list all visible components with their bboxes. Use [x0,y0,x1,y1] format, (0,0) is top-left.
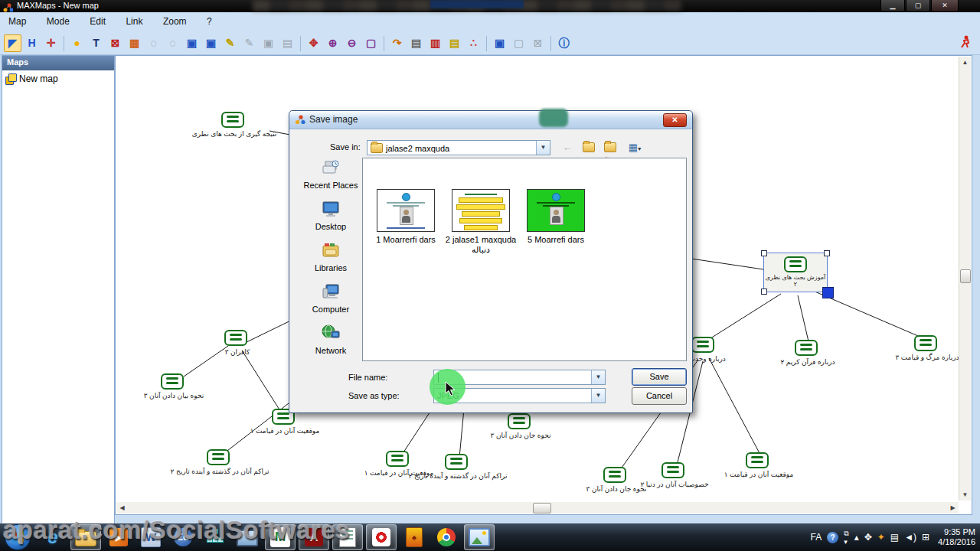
file-item[interactable]: 2 jalase1 maxqudaدنباله [444,189,518,255]
blurred-overlay-blob [539,109,568,127]
copy-object-tool[interactable]: ▣ [183,34,201,52]
copy-map-tool[interactable]: ▣ [491,34,508,52]
delete-page-tool[interactable]: ⊠ [529,34,547,52]
view-menu-icon[interactable]: ▦▾ [623,140,646,155]
select-tool[interactable]: ◤ [4,34,21,52]
file-list-area[interactable]: 1 Moarrerfi dars 2 jalase1 maxqudaدنباله [362,158,687,361]
dialog-title: Save image [309,114,358,125]
save-in-combobox[interactable]: jalase2 maxquda ▼ [367,140,550,155]
map-node-selected[interactable]: آموزش بحث های نظری ۲ [763,253,828,292]
minimize-button[interactable]: ▁ [880,0,905,12]
place-libraries[interactable]: Libraries [300,241,361,272]
free-select-tool[interactable]: ◌ [145,34,162,52]
language-indicator[interactable]: FA [811,532,822,543]
new-folder-icon[interactable]: ✶ [602,140,619,155]
export-tool[interactable]: ▥ [426,34,444,52]
save-button[interactable]: Save [632,368,687,386]
selection-handle[interactable] [761,289,767,295]
fit-map-tool[interactable]: ✥ [305,34,322,52]
horizontal-scroll-thumb[interactable] [533,503,551,514]
code-node-icon [662,462,684,478]
report-tool[interactable]: ▤ [446,34,463,52]
zoom-selection-tool[interactable]: ▢ [362,34,380,52]
menu-zoom[interactable]: Zoom [155,12,195,31]
show-hidden-icons[interactable]: ▴ [854,532,859,543]
card-game-icon[interactable]: ♠ [400,525,429,549]
up-one-level-icon[interactable] [580,140,597,155]
dropbox-icon[interactable]: ✥ [864,532,872,543]
window-title: MAXMaps - New map [17,1,99,10]
model-sync-tool[interactable]: ∴ [465,34,482,52]
presentation-mode-icon[interactable] [959,35,971,52]
menu-mode[interactable]: Mode [38,12,78,31]
copy-tool[interactable]: ▣ [260,34,277,52]
info-tool[interactable]: ⓘ [555,34,573,52]
horizontal-scrollbar[interactable]: ◀ ▶ [116,502,959,514]
selection-handle[interactable] [822,287,834,298]
chevron-down-icon[interactable]: ▼ [591,389,605,403]
place-computer[interactable]: Computer [300,282,361,314]
vertical-scrollbar[interactable]: ▲ ▼ [959,57,971,500]
export-image-tool[interactable]: ↷ [388,34,406,52]
save-as-type-label: Save as type: [348,391,400,400]
recent-places-icon [321,158,341,177]
menu-link[interactable]: Link [117,12,151,31]
save-in-label: Save in: [330,142,361,152]
style-brush-tool[interactable]: ✎ [221,34,239,52]
restore-button[interactable]: ▢ [906,0,930,12]
help-badge-icon[interactable]: ? [827,532,838,543]
dialog-titlebar[interactable]: Save image ✕ [289,111,692,129]
print-tool[interactable]: ▤ [407,34,425,52]
vertical-scroll-thumb[interactable] [960,269,971,283]
duplicate-object-tool[interactable]: ▣ [202,34,220,52]
slide-thumbnail [527,189,585,232]
selection-handle[interactable] [761,250,767,256]
zoom-out-tool[interactable]: ⊖ [343,34,361,52]
scroll-down-arrow[interactable]: ▼ [959,489,971,500]
close-button[interactable]: ✕ [931,0,959,12]
lasso-select-tool[interactable]: ◌ [164,34,181,52]
chevron-down-icon[interactable]: ▼ [591,370,605,384]
place-recent-places[interactable]: Recent Places [300,158,361,190]
chevron-down-icon[interactable]: ▼ [536,141,550,155]
text-tool[interactable]: T [87,34,105,52]
cancel-button[interactable]: Cancel [632,387,687,405]
code-node-icon [445,454,468,470]
image-viewer-icon[interactable] [464,524,495,550]
maps-panel-item-new-map[interactable]: New map [2,70,114,87]
place-desktop[interactable]: Desktop [300,200,361,231]
link-tool[interactable]: H [23,34,41,52]
screen-recorder-icon[interactable] [366,524,397,550]
maps-panel-header: Maps [2,56,114,70]
move-tool[interactable]: ✛ [42,34,60,52]
code-node-icon [914,335,937,351]
place-network[interactable]: Network [300,324,361,355]
style-apply-tool[interactable]: ✎ [240,34,258,52]
clipboard-icon[interactable]: ▤ [890,532,899,543]
dialog-close-button[interactable]: ✕ [663,113,687,127]
zoom-in-tool[interactable]: ⊕ [324,34,341,52]
paste-tool[interactable]: ▤ [279,34,296,52]
scroll-left-arrow[interactable]: ◀ [116,502,128,514]
selection-handle[interactable] [824,250,830,256]
oval-tool[interactable]: ● [68,34,86,52]
file-item[interactable]: 1 Moarrerfi dars [369,189,443,245]
scroll-up-arrow[interactable]: ▲ [959,57,971,68]
chrome-icon[interactable] [432,525,461,549]
image-object-tool[interactable]: ▦ [126,34,143,52]
back-icon[interactable]: ← [559,140,576,155]
menu-edit[interactable]: Edit [81,12,114,31]
scroll-right-arrow[interactable]: ▶ [947,502,959,514]
speaker-icon[interactable]: ◄) [904,532,916,543]
action-center-icon[interactable]: ⊞ [922,532,929,543]
new-page-tool[interactable]: ▢ [510,34,528,52]
menu-help[interactable]: ? [198,12,220,31]
delete-object-tool[interactable]: ⊠ [106,34,124,52]
dialog-icon [295,114,305,128]
clock[interactable]: 9:35 PM 4/18/2016 [938,527,975,547]
window-stack-icon[interactable]: ⧉▾ [844,530,848,546]
app-icon [3,2,13,15]
file-item[interactable]: 5 Moarrefi dars [519,189,593,245]
file-name-label: File name: [348,373,387,382]
notification-spark-icon[interactable]: ✦ [877,532,885,543]
